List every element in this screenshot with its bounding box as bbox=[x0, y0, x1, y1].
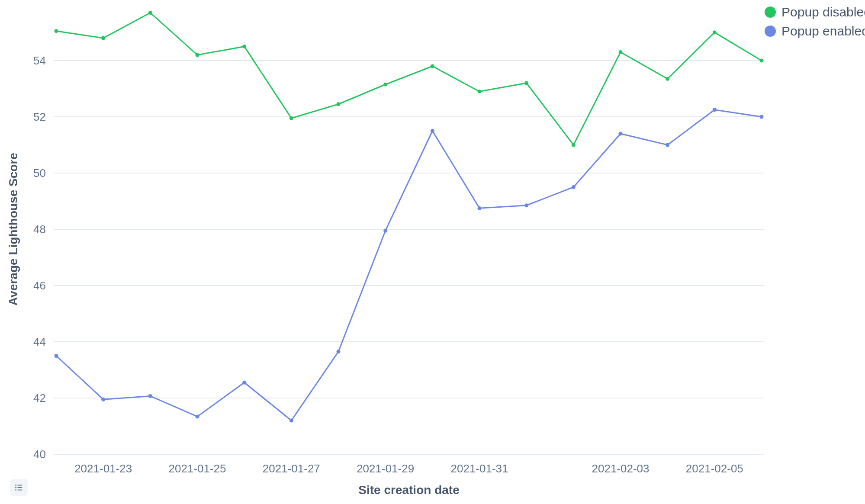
y-tick-label: 40 bbox=[33, 448, 46, 461]
data-point bbox=[101, 36, 105, 40]
y-tick-label: 52 bbox=[33, 110, 46, 123]
y-axis-label: Average Lighthouse Score bbox=[6, 153, 20, 306]
y-tick-label: 42 bbox=[33, 392, 46, 404]
x-axis-label: Site creation date bbox=[358, 483, 459, 497]
data-point bbox=[713, 31, 717, 35]
data-point bbox=[289, 419, 293, 423]
data-point bbox=[196, 53, 199, 57]
svg-point-2 bbox=[15, 489, 16, 491]
data-point bbox=[148, 11, 152, 15]
data-point bbox=[524, 203, 528, 207]
data-point bbox=[666, 143, 669, 147]
line-chart: 40424446485052542021-01-232021-01-252021… bbox=[0, 0, 865, 504]
x-tick-label: 2021-01-27 bbox=[263, 462, 320, 475]
svg-point-0 bbox=[15, 485, 16, 486]
data-point bbox=[196, 414, 199, 418]
svg-rect-4 bbox=[17, 487, 22, 488]
legend-label: Popup disabled bbox=[781, 5, 865, 19]
data-point bbox=[383, 83, 387, 87]
series-popup-enabled bbox=[56, 110, 762, 421]
svg-rect-3 bbox=[17, 485, 22, 486]
y-tick-label: 48 bbox=[33, 223, 46, 236]
svg-point-1 bbox=[15, 487, 16, 488]
data-point bbox=[101, 398, 105, 401]
svg-rect-5 bbox=[17, 490, 22, 491]
data-point bbox=[619, 50, 623, 54]
data-point bbox=[242, 45, 246, 48]
x-tick-label: 2021-02-03 bbox=[592, 462, 650, 475]
data-point bbox=[478, 90, 482, 93]
x-tick-label: 2021-02-05 bbox=[686, 462, 743, 475]
y-tick-label: 44 bbox=[33, 335, 46, 348]
y-tick-label: 46 bbox=[33, 279, 46, 292]
legend-swatch bbox=[765, 26, 776, 37]
x-tick-label: 2021-01-23 bbox=[74, 462, 132, 475]
y-tick-label: 54 bbox=[33, 54, 46, 67]
x-tick-label: 2021-01-25 bbox=[169, 462, 226, 475]
legend-label: Popup enabled bbox=[781, 24, 865, 38]
data-point bbox=[760, 59, 764, 63]
chart-container: 40424446485052542021-01-232021-01-252021… bbox=[0, 0, 865, 504]
series-popup-disabled bbox=[56, 13, 762, 145]
y-tick-label: 50 bbox=[33, 167, 46, 180]
data-point bbox=[713, 108, 717, 112]
data-point bbox=[524, 81, 528, 85]
data-point bbox=[289, 116, 293, 120]
x-tick-label: 2021-01-29 bbox=[357, 462, 414, 475]
data-point bbox=[572, 185, 576, 189]
data-point bbox=[337, 102, 341, 106]
data-point bbox=[383, 229, 387, 233]
list-icon bbox=[14, 483, 24, 492]
data-point bbox=[431, 64, 434, 68]
data-point bbox=[55, 29, 58, 33]
legend-toggle-button[interactable] bbox=[10, 479, 28, 496]
data-point bbox=[337, 350, 341, 353]
data-point bbox=[242, 381, 246, 385]
data-point bbox=[55, 354, 58, 358]
data-point bbox=[760, 115, 764, 119]
data-point bbox=[572, 143, 576, 147]
data-point bbox=[148, 394, 152, 398]
data-point bbox=[431, 129, 434, 133]
data-point bbox=[619, 132, 623, 136]
data-point bbox=[666, 77, 669, 81]
legend-swatch bbox=[765, 6, 776, 18]
data-point bbox=[478, 206, 482, 210]
x-tick-label: 2021-01-31 bbox=[451, 462, 508, 475]
